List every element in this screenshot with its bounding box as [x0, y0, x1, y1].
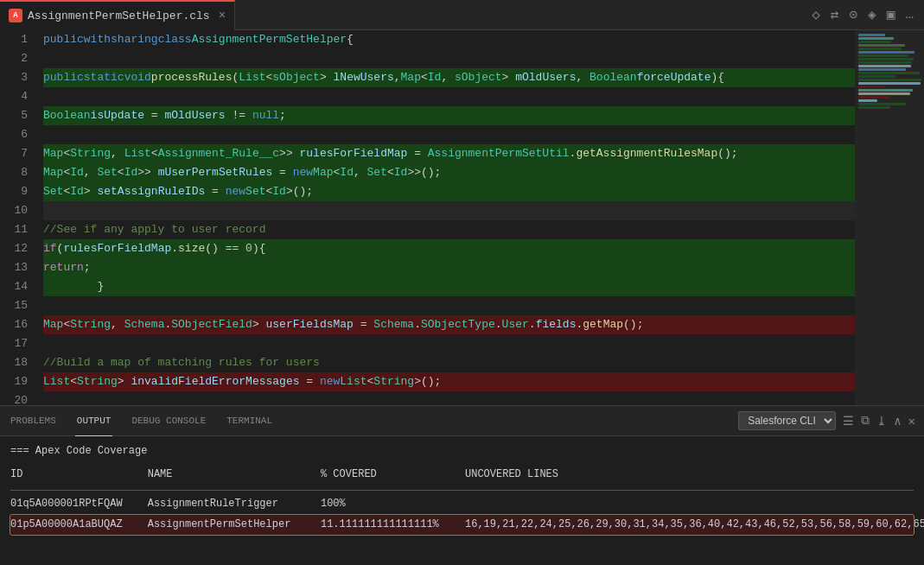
code-line-15 [43, 296, 855, 315]
git-icon[interactable]: ⇄ [831, 6, 839, 23]
coverage-id: 01p5A00000A1aBUQAZ [10, 515, 148, 535]
code-line-8: Map<Id, Set<Id>> mUserPermSetRules = new… [43, 163, 855, 182]
layout-icon[interactable]: ▣ [887, 6, 895, 23]
coverage-title: === Apex Code Coverage [10, 443, 914, 460]
code-line-7: Map<String, List<Assignment_Rule__c>> ru… [43, 144, 855, 163]
diamond-icon[interactable]: ◇ [812, 6, 820, 23]
tab-filename: AssignmentPermSetHelper.cls [28, 10, 210, 22]
code-line-17 [43, 334, 855, 353]
coverage-col-pct-covered: % COVERED [321, 465, 465, 486]
active-tab[interactable]: A AssignmentPermSetHelper.cls × [0, 0, 235, 30]
panel-tab-terminal[interactable]: TERMINAL [225, 406, 274, 436]
search-icon[interactable]: ⊙ [849, 6, 857, 23]
copy-icon[interactable]: ⧉ [861, 414, 870, 428]
coverage-uncovered-lines [465, 494, 914, 514]
split-icon[interactable]: ◈ [868, 6, 876, 23]
panel-tab-problems[interactable]: PROBLEMS [9, 406, 58, 436]
panel-right: Salesforce CLI ☰ ⧉ ⤓ ∧ ✕ [738, 411, 915, 430]
panel-tab-output[interactable]: OUTPUT [75, 406, 113, 436]
line-numbers: 12345678910111213141516171819202122 [0, 30, 35, 405]
coverage-id: 01q5A000001RPtFQAW [10, 494, 148, 514]
code-line-11: //See if any apply to user record [43, 220, 855, 239]
code-content[interactable]: public with sharing class AssignmentPerm… [35, 30, 855, 405]
output-source-dropdown[interactable]: Salesforce CLI [738, 411, 836, 430]
more-icon[interactable]: … [905, 7, 914, 22]
panel-tab-debug-console[interactable]: DEBUG CONSOLE [130, 406, 207, 436]
title-bar-actions: ◇ ⇄ ⊙ ◈ ▣ … [812, 6, 924, 23]
code-line-9: Set<Id> setAssignRuleIDs = new Set<Id>()… [43, 182, 855, 201]
code-line-10 [43, 201, 855, 220]
code-line-13: return; [43, 258, 855, 277]
coverage-col-uncovered-lines: UNCOVERED LINES [465, 465, 914, 486]
bottom-panel: PROBLEMSOUTPUTDEBUG CONSOLETERMINAL Sale… [0, 405, 924, 565]
coverage-col-name: NAME [148, 465, 321, 486]
code-line-14: } [43, 277, 855, 296]
scroll-lock-icon[interactable]: ⤓ [876, 414, 887, 429]
code-line-5: Boolean isUpdate = mOldUsers != null; [43, 106, 855, 125]
clear-output-icon[interactable]: ☰ [843, 414, 854, 429]
tab-close-button[interactable]: × [219, 9, 226, 22]
file-type-icon: A [9, 9, 22, 22]
code-line-6 [43, 125, 855, 144]
coverage-percent: 11.111111111111111% [321, 515, 465, 535]
coverage-percent: 100% [321, 494, 465, 514]
chevron-up-icon[interactable]: ∧ [894, 414, 901, 429]
minimap [855, 30, 924, 405]
coverage-row-0: 01q5A000001RPtFQAWAssignmentRuleTrigger1… [10, 494, 914, 514]
panel-tabs: PROBLEMSOUTPUTDEBUG CONSOLETERMINAL Sale… [0, 406, 924, 436]
panel-content: === Apex Code Coverage IDNAME% COVEREDUN… [0, 436, 924, 565]
coverage-name: AssignmentRuleTrigger [148, 494, 321, 514]
code-line-19: List<String> invalidFieldErrorMessages =… [43, 372, 855, 391]
code-line-2 [43, 49, 855, 68]
code-line-16: Map<String, Schema.SObjectField> userFie… [43, 315, 855, 334]
coverage-name: AssignmentPermSetHelper [148, 515, 321, 535]
title-bar: A AssignmentPermSetHelper.cls × ◇ ⇄ ⊙ ◈ … [0, 0, 924, 30]
code-line-4 [43, 87, 855, 106]
editor-area: 12345678910111213141516171819202122 publ… [0, 30, 924, 405]
code-line-12: if(rulesForFieldMap.size() == 0){ [43, 239, 855, 258]
coverage-uncovered-lines: 16,19,21,22,24,25,26,29,30,31,34,35,36,4… [465, 515, 914, 535]
code-line-1: public with sharing class AssignmentPerm… [43, 30, 855, 49]
coverage-table: IDNAME% COVEREDUNCOVERED LINES 01q5A0000… [10, 465, 914, 535]
code-line-3: public static void processRules(List<sOb… [43, 68, 855, 87]
coverage-row-1: 01p5A00000A1aBUQAZAssignmentPermSetHelpe… [10, 515, 914, 535]
close-panel-icon[interactable]: ✕ [908, 414, 915, 429]
code-line-18: //Build a map of matching rules for user… [43, 353, 855, 372]
code-line-20 [43, 391, 855, 405]
coverage-col-id: ID [10, 465, 148, 486]
